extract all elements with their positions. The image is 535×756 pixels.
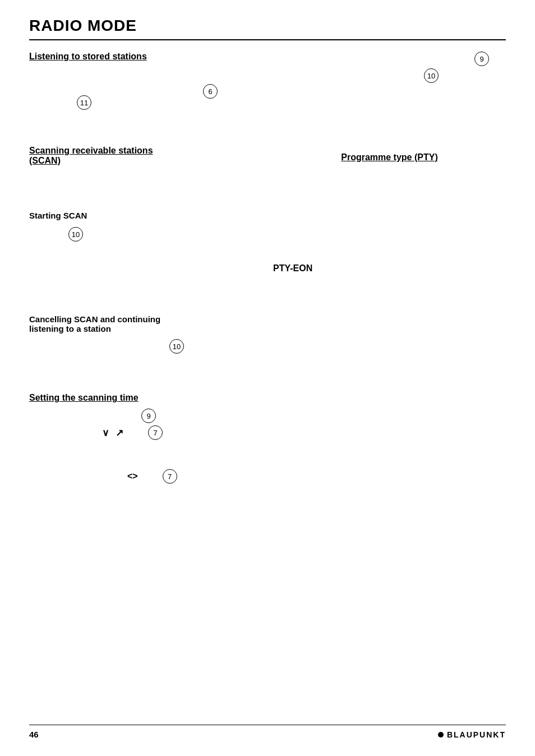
scanning-section: Scanning receivable stations (SCAN)	[29, 146, 262, 194]
footer-brand-name: BLAUPUNKT	[447, 730, 506, 739]
scan-time-arrows-row: <> 7	[127, 469, 262, 484]
symbol-v: ∨	[102, 427, 109, 439]
cancelling-scan-circle: 10	[169, 339, 184, 354]
circle-six: 6	[203, 84, 218, 99]
cancelling-scan-section: Cancelling SCAN and continuing listening…	[29, 314, 262, 376]
symbol-arrows: <>	[127, 471, 138, 481]
title-divider	[29, 39, 506, 40]
starting-scan-circle: 10	[68, 227, 83, 242]
starting-scan-label: Starting SCAN	[29, 211, 262, 220]
listening-diagram: 11 6	[29, 67, 262, 129]
top-right-circles: 9 10	[273, 52, 506, 96]
scan-time-circle-seven-a: 7	[148, 425, 163, 440]
programme-type-heading: Programme type (PTY)	[273, 152, 506, 163]
setting-scanning-section: Setting the scanning time 9 ∨ ↗ 7 <>	[29, 393, 262, 484]
listening-heading: Listening to stored stations	[29, 52, 262, 62]
programme-type-section: Programme type (PTY)	[273, 152, 506, 247]
circle-nine-top: 9	[474, 52, 489, 66]
scan-time-circle-seven-b: 7	[163, 469, 177, 484]
circle-ten-top: 10	[424, 68, 439, 83]
listening-section: Listening to stored stations 11 6	[29, 52, 262, 129]
scanning-heading: Scanning receivable stations (SCAN)	[29, 146, 262, 166]
col-left: Listening to stored stations 11 6 Scanni…	[29, 52, 262, 500]
page-footer: 46 BLAUPUNKT	[29, 725, 506, 739]
cancelling-scan-label: Cancelling SCAN and continuing listening…	[29, 314, 262, 333]
circle-eleven: 11	[77, 95, 91, 110]
pty-eon-label: PTY-EON	[273, 263, 506, 273]
scan-time-symbols-row: ∨ ↗ 7	[102, 425, 262, 440]
col-right: 9 10 Programme type (PTY) PTY-EON	[273, 52, 506, 500]
top-two-col: Listening to stored stations 11 6 Scanni…	[29, 52, 506, 500]
footer-page-number: 46	[29, 730, 39, 739]
setting-scanning-heading: Setting the scanning time	[29, 393, 262, 403]
page-title: RADIO MODE	[29, 17, 506, 35]
page-container: RADIO MODE Listening to stored stations …	[0, 0, 535, 756]
scan-time-circle-nine-a: 9	[141, 409, 156, 423]
starting-scan-section: Starting SCAN 10	[29, 211, 262, 298]
footer-dot-icon	[438, 732, 444, 738]
symbol-up: ↗	[116, 427, 123, 439]
footer-brand-container: BLAUPUNKT	[438, 730, 506, 739]
pty-eon-container: PTY-EON	[273, 263, 506, 273]
